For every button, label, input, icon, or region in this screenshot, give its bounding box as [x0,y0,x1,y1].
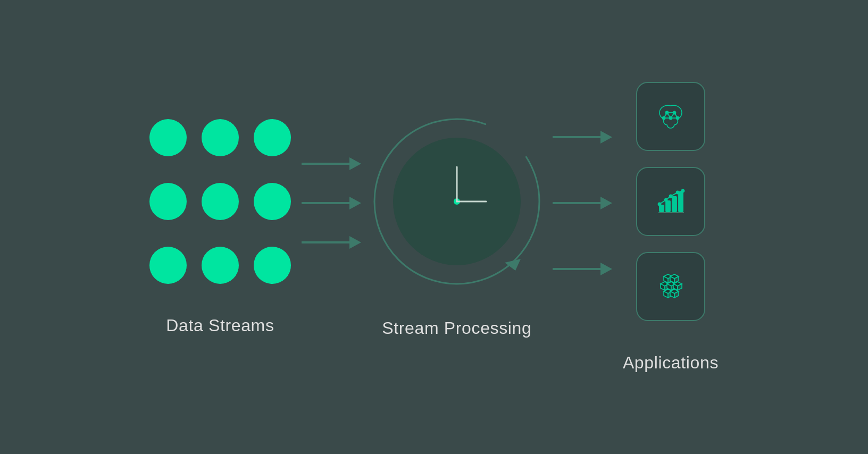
blocks-icon [652,268,689,305]
arrow-head [349,236,361,249]
arrow-line [302,163,349,165]
dot-row-1 [149,119,291,156]
applications-section: Applications [623,82,719,373]
dot-row-2 [149,183,291,220]
arrows-left [302,157,361,249]
arrow-line [553,268,600,270]
clock-svg [393,138,521,265]
data-streams-section: Data Streams [149,119,291,335]
diagram: Data Streams [62,41,806,413]
svg-point-22 [669,195,672,197]
analytics-chart-icon-box [636,167,705,236]
arrow-bot [302,236,361,249]
arrow-line [553,202,600,204]
stream-processing-section: Stream Processing [372,116,542,338]
app-icons [636,82,705,321]
arrow-head [600,263,612,275]
applications-label: Applications [623,353,719,373]
dot [254,247,291,284]
dot [149,119,187,156]
blocks-icon-box [636,252,705,321]
inner-circle [393,138,521,265]
dot [149,183,187,220]
arrow-line [302,241,349,243]
arrow-head [349,197,361,209]
svg-rect-18 [672,197,677,212]
arrow-right-top [553,131,612,144]
svg-line-11 [671,113,674,118]
dot [202,183,239,220]
dot [202,119,239,156]
arrows-right [553,131,612,275]
svg-point-21 [664,198,667,201]
arrow-line [553,136,600,138]
arrow-right-mid [553,197,612,209]
arrow-head [600,131,612,144]
dot [254,183,291,220]
dot [149,247,187,284]
svg-point-23 [676,191,679,194]
clock-container [372,116,542,287]
dot [254,119,291,156]
svg-rect-19 [679,192,683,212]
arrow-right-bot [553,263,612,275]
stream-processing-label: Stream Processing [382,318,531,338]
svg-rect-17 [666,201,670,212]
svg-point-24 [681,189,684,192]
data-streams-label: Data Streams [166,316,274,335]
ai-brain-icon [652,98,689,135]
svg-point-20 [658,203,661,205]
streams-dots [149,119,291,284]
dot-row-3 [149,247,291,284]
svg-line-10 [667,113,671,118]
arrow-head [349,157,361,170]
dot [202,247,239,284]
arrow-mid [302,197,361,209]
arrow-top [302,157,361,170]
arrow-line [302,202,349,204]
svg-rect-16 [660,205,664,212]
analytics-chart-icon [652,183,689,220]
arrow-head [600,197,612,209]
ai-brain-icon-box [636,82,705,151]
